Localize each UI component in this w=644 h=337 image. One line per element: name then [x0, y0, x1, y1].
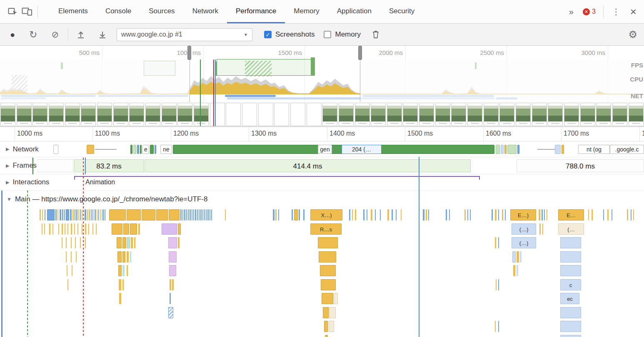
flame-bar[interactable] [334, 293, 338, 304]
flame-bar[interactable] [138, 223, 140, 235]
kebab-menu-icon[interactable]: ⋮ [607, 7, 625, 17]
flame-bar[interactable] [206, 209, 207, 221]
memory-checkbox[interactable] [324, 31, 331, 38]
filmstrip-thumbnail[interactable] [564, 103, 579, 126]
flame-bar[interactable] [299, 209, 300, 221]
flame-bar[interactable] [130, 223, 137, 235]
network-bar[interactable]: .google.c [610, 145, 644, 154]
network-bar[interactable] [507, 145, 517, 154]
main-flame-chart[interactable]: X…)E…)E…R…s(…)(…(…)cec [0, 208, 644, 337]
interactions-track-label[interactable]: ▶ Interactions [4, 178, 51, 187]
flame-bar[interactable] [542, 223, 543, 235]
flame-bar[interactable]: (…) [512, 237, 536, 248]
flame-bar[interactable] [560, 237, 581, 248]
flame-bar[interactable] [184, 209, 185, 221]
flame-bar[interactable] [612, 209, 612, 221]
network-bar[interactable]: ne [160, 145, 172, 154]
flame-bar[interactable] [130, 251, 131, 263]
flame-bar[interactable]: (… [558, 223, 584, 235]
tab-network[interactable]: Network [184, 0, 227, 23]
filmstrip-thumbnail[interactable] [177, 103, 192, 126]
flame-bar[interactable] [401, 209, 402, 221]
screenshots-checkbox[interactable]: ✓ [264, 31, 272, 38]
filmstrip-thumbnail[interactable] [612, 103, 627, 126]
tab-elements[interactable]: Elements [50, 0, 97, 23]
flame-bar[interactable] [75, 209, 75, 221]
flame-bar[interactable] [513, 265, 515, 276]
flame-bar[interactable] [631, 209, 632, 221]
flame-bar[interactable] [560, 307, 581, 318]
flame-bar[interactable] [58, 223, 59, 235]
flame-bar[interactable] [464, 209, 466, 221]
flame-bar[interactable] [498, 321, 499, 332]
inspect-element-icon[interactable] [6, 5, 20, 19]
flame-bar[interactable] [67, 265, 67, 276]
flame-bar[interactable] [426, 209, 427, 221]
flame-bar[interactable] [547, 209, 547, 221]
flame-bar[interactable] [329, 307, 336, 318]
flame-bar[interactable] [539, 209, 540, 221]
collapsed-triangle-icon[interactable]: ▶ [6, 163, 9, 168]
filmstrip-thumbnail[interactable] [322, 103, 337, 126]
flame-bar[interactable] [52, 223, 53, 235]
flame-bar[interactable] [319, 251, 336, 263]
flame-bar[interactable] [560, 335, 581, 337]
flame-bar[interactable] [423, 209, 424, 221]
flame-bar[interactable] [188, 209, 189, 221]
filmstrip-thumbnail[interactable] [467, 103, 482, 126]
flame-bar[interactable] [512, 251, 516, 263]
flame-bar[interactable] [325, 335, 328, 337]
flame-bar[interactable] [470, 209, 471, 221]
load-profile-icon[interactable] [77, 30, 85, 39]
console-error-badge[interactable]: ✕ 3 [583, 8, 596, 15]
flame-bar[interactable] [127, 209, 141, 221]
main-thread-header[interactable]: ▼ Main — https://www.google.co.jp/_/chro… [0, 191, 644, 208]
flame-bar[interactable] [178, 223, 181, 235]
flame-bar[interactable] [67, 279, 68, 290]
flame-bar[interactable] [495, 321, 496, 332]
flame-bar[interactable] [75, 237, 76, 248]
flame-bar[interactable] [200, 209, 202, 221]
filmstrip-thumbnail[interactable] [435, 103, 450, 126]
flame-bar[interactable] [127, 251, 129, 263]
flame-bar[interactable] [202, 209, 203, 221]
flame-bar[interactable] [109, 209, 126, 221]
network-bar[interactable] [133, 145, 136, 154]
flame-bar[interactable] [72, 265, 72, 276]
tab-sources[interactable]: Sources [140, 0, 183, 23]
flame-bar[interactable] [560, 265, 581, 276]
filmstrip-thumbnail[interactable] [371, 103, 386, 126]
filmstrip-thumbnail[interactable] [0, 103, 15, 126]
flame-bar[interactable] [380, 209, 381, 221]
flame-bar[interactable] [131, 237, 133, 248]
network-bar[interactable] [562, 145, 564, 154]
flame-bar[interactable] [627, 209, 628, 221]
flame-bar[interactable] [80, 237, 81, 248]
network-whisker[interactable] [95, 149, 117, 150]
flame-bar[interactable] [294, 209, 298, 221]
flame-bar[interactable] [117, 237, 122, 248]
flame-bar[interactable] [169, 251, 177, 263]
flame-bar[interactable] [186, 209, 187, 221]
flame-bar[interactable] [105, 209, 105, 221]
frame-chip[interactable]: 414.4 ms [145, 159, 471, 172]
flame-bar[interactable] [273, 209, 275, 221]
clear-recording-icon[interactable]: ⊘ [51, 30, 59, 40]
device-toolbar-icon[interactable] [20, 5, 34, 19]
flame-bar[interactable] [67, 223, 68, 235]
selection-handle-right[interactable] [358, 46, 362, 60]
flame-bar[interactable]: ec [560, 293, 579, 304]
collapsed-triangle-icon[interactable]: ▶ [6, 180, 9, 185]
network-whisker[interactable] [537, 149, 555, 150]
network-bar[interactable] [504, 145, 507, 154]
flame-bar[interactable] [170, 293, 171, 304]
filmstrip-thumbnail[interactable] [49, 103, 64, 126]
flame-bar[interactable] [156, 209, 168, 221]
flame-bar[interactable] [392, 209, 393, 221]
flame-bar[interactable] [492, 209, 493, 221]
flame-bar[interactable] [329, 321, 334, 332]
flame-bar[interactable]: R…s [310, 223, 342, 235]
selection-handle-left[interactable] [187, 46, 191, 60]
flame-bar[interactable] [349, 209, 350, 221]
flame-bar[interactable] [544, 209, 545, 221]
